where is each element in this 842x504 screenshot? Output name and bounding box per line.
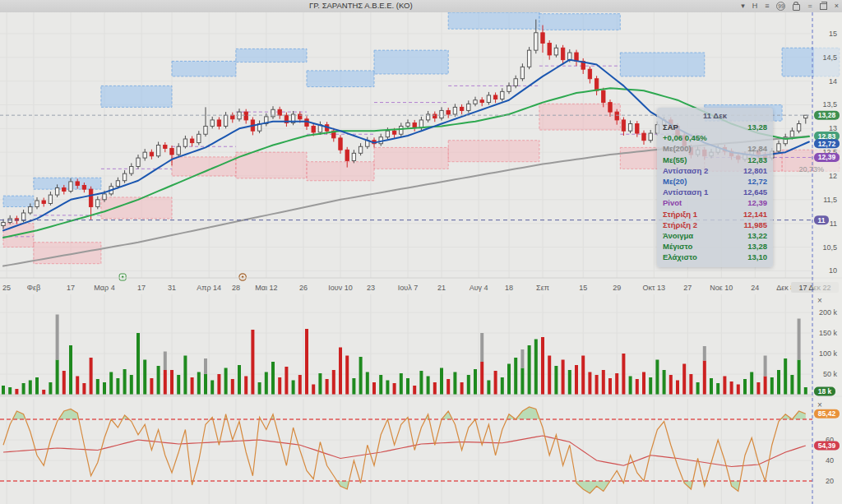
volume-bar	[615, 373, 618, 395]
candle-body	[406, 123, 409, 126]
legend-row-label: Αντίσταση 1	[663, 187, 708, 197]
unlock-icon[interactable]	[793, 4, 800, 11]
legend-row: Με(20)12,72	[663, 176, 767, 187]
volume-bar	[696, 382, 700, 395]
interval-hour-button[interactable]: H	[752, 0, 758, 12]
volume-bar	[150, 378, 153, 395]
volume-bar	[642, 372, 645, 395]
candle-body	[352, 153, 355, 160]
legend-row: Ελάχιστο13,10	[663, 252, 767, 262]
price-tick-label: 11	[830, 220, 837, 228]
volume-bar	[352, 378, 355, 395]
volume-bar	[116, 378, 119, 395]
candle-body	[55, 187, 58, 195]
legend-row-label: +0,06 0,45%	[663, 132, 707, 143]
candle-body	[62, 187, 66, 191]
resistance-zone	[374, 50, 448, 74]
performance-note: 20,73%	[798, 165, 824, 173]
candle-body	[804, 115, 807, 118]
candle-body	[123, 173, 126, 181]
candle-body	[594, 79, 598, 90]
volume-bar	[109, 372, 113, 395]
volume-bar	[460, 382, 464, 395]
menu-icon[interactable]: =	[807, 0, 812, 12]
volume-bar	[183, 356, 187, 395]
volume-bar	[29, 381, 32, 395]
legend-row: Pivot12,39	[663, 197, 767, 208]
volume-bar	[238, 365, 241, 395]
date-tick-label: 25	[2, 284, 11, 292]
axis-badge-text: 85,42	[818, 409, 836, 418]
candle-body	[419, 120, 423, 127]
dropdown-arrow-icon[interactable]: ▾	[741, 0, 745, 12]
volume-bar	[507, 364, 511, 395]
volume-bar	[689, 374, 692, 395]
candle-body	[480, 100, 483, 103]
axis-badge-text: 12,39	[818, 153, 836, 161]
quote-legend-panel[interactable]: 11 Δεκ ΣΑΡ13,28+0,06 0,45%Με(200)12,84Με…	[657, 108, 773, 267]
restore-window-icon[interactable]	[820, 3, 827, 10]
candle-body	[103, 194, 106, 200]
candle-body	[143, 152, 146, 158]
candle-body	[76, 182, 79, 186]
volume-bar	[35, 377, 39, 395]
candle-body	[446, 110, 450, 114]
count-badge-icon[interactable]: 99	[776, 2, 785, 11]
candle-body	[42, 201, 45, 203]
volume-bar	[520, 368, 524, 395]
legend-row-label: Στήριξη 2	[663, 220, 697, 230]
volume-bar	[82, 383, 86, 395]
candle-body	[527, 50, 530, 67]
legend-row-label: Στήριξη 1	[663, 209, 697, 220]
volume-tick-label: 150 k	[819, 329, 838, 337]
candle-body	[474, 100, 477, 104]
legend-row: Άνοιγμα13,22	[663, 230, 767, 241]
date-tick-label: 21	[437, 284, 446, 292]
volume-bar	[298, 375, 302, 395]
legend-row: Αντίσταση 112,645	[663, 187, 767, 197]
volume-bar	[453, 372, 456, 395]
volume-bar	[62, 371, 66, 395]
legend-row-value: 12,801	[743, 165, 767, 176]
legend-row-value: 12,84	[747, 143, 767, 154]
window-titlebar[interactable]: ΓΡ. ΣΑΡΑΝΤΗΣ Α.Β.Ε.Ε. (ΚΟ) ▾ H ≡ 99 = ×	[0, 0, 842, 13]
volume-bar	[379, 375, 382, 395]
candle-body	[561, 48, 564, 59]
volume-tick-label: 200 k	[819, 308, 838, 317]
price-tick-label: 14	[829, 77, 837, 86]
volume-bar	[756, 382, 760, 395]
volume-bar-block-trades	[764, 356, 767, 377]
legend-row-value: 11,985	[743, 220, 767, 230]
volume-bar	[562, 360, 565, 395]
volume-bar	[413, 386, 416, 395]
volume-bar	[581, 356, 585, 395]
legend-row-label: ΣΑΡ	[663, 122, 678, 132]
volume-bar	[622, 354, 625, 395]
date-tick-label: 17	[137, 284, 146, 292]
close-window-icon[interactable]: ×	[835, 0, 839, 12]
volume-bar	[69, 345, 72, 395]
volume-bar	[494, 371, 497, 395]
volume-bar	[682, 364, 686, 395]
volume-bar	[157, 366, 160, 395]
candle-body	[345, 150, 349, 160]
volume-bar	[130, 375, 133, 395]
volume-pane-close-icon[interactable]: ×	[817, 296, 822, 305]
volume-bar	[568, 370, 571, 395]
volume-bar	[285, 367, 288, 395]
candle-body	[29, 206, 32, 212]
candle-body	[622, 120, 625, 131]
candle-body	[548, 43, 551, 54]
indicators-icon[interactable]: ≡	[765, 0, 769, 12]
volume-bar	[312, 385, 315, 395]
volume-bar	[750, 372, 753, 395]
volume-bar	[123, 369, 127, 395]
candle-body	[501, 91, 504, 99]
oscillator-pane-close-icon[interactable]: ×	[817, 400, 822, 409]
price-tick-label: 13,5	[822, 100, 837, 109]
support-zone	[374, 147, 448, 169]
candle-body	[359, 146, 362, 153]
candle-body	[210, 120, 214, 126]
volume-bar	[292, 381, 295, 395]
volume-bar	[737, 385, 740, 395]
